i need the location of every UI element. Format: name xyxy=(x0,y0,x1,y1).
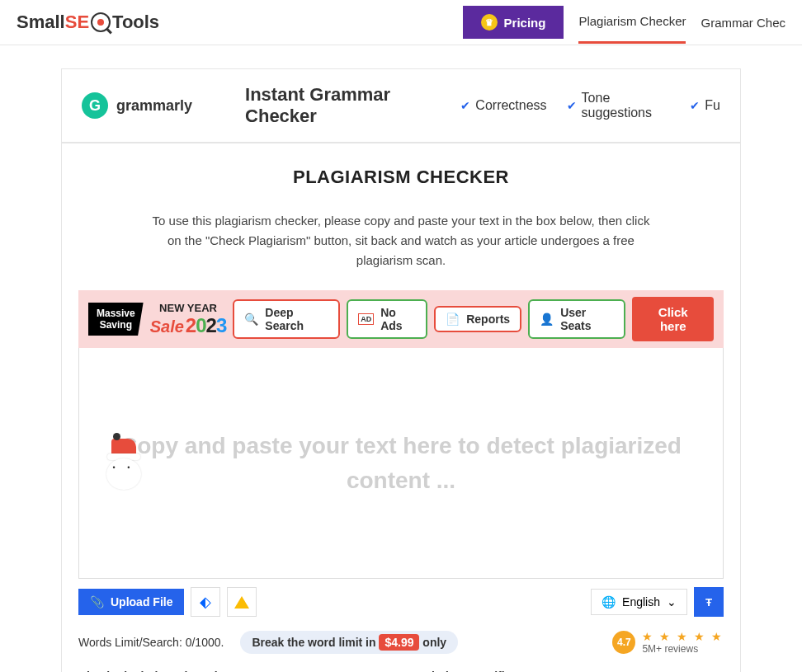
promo-user-seats[interactable]: 👤User Seats xyxy=(528,299,625,339)
pricing-button[interactable]: ♛ Pricing xyxy=(463,6,564,39)
words-limit-text: Words Limit/Search: 0/1000. xyxy=(78,636,224,649)
textarea-placeholder: Copy and paste your text here to detect … xyxy=(120,429,682,498)
grammarly-title: Instant Grammar Checker xyxy=(245,84,441,127)
google-drive-icon xyxy=(234,596,249,609)
attachment-icon: 📎 xyxy=(90,595,104,609)
language-selector[interactable]: 🌐 English ⌄ xyxy=(591,589,687,615)
promo-strip: Massive Saving NEW YEAR Sale 2023 🔍Deep … xyxy=(78,290,724,348)
logo-text-e: E xyxy=(77,12,89,33)
sale-text: Sale xyxy=(150,317,184,336)
grammarly-ad-banner[interactable]: G grammarly Instant Grammar Checker ✔Cor… xyxy=(61,68,741,143)
price-badge: $4.99 xyxy=(379,634,419,651)
promo-no-ads[interactable]: ADNo Ads xyxy=(347,299,427,339)
stats-row: Words Limit/Search: 0/1000. Break the wo… xyxy=(62,625,740,660)
rating-score: 4.7 xyxy=(612,631,635,654)
google-drive-button[interactable] xyxy=(227,587,257,617)
year-2023: 2023 xyxy=(186,314,226,337)
dropbox-icon: ⬖ xyxy=(200,593,211,611)
site-logo[interactable]: Small S E Tools xyxy=(17,12,159,33)
grammarly-icon: G xyxy=(82,92,108,119)
star-icons: ★ ★ ★ ★ ★ xyxy=(642,630,724,643)
nav-plagiarism-checker[interactable]: Plagiarism Checker xyxy=(578,1,686,44)
grammarly-feature-correctness: ✔Correctness xyxy=(460,98,546,113)
logo-text-s: S xyxy=(65,12,78,33)
text-size-icon: Ŧ xyxy=(705,596,712,609)
new-year-block: NEW YEAR Sale 2023 xyxy=(150,302,227,337)
top-header: Small S E Tools ♛ Pricing Plagiarism Che… xyxy=(0,0,802,45)
new-year-label: NEW YEAR xyxy=(150,302,227,314)
reviews-count: 5M+ reviews xyxy=(642,643,724,655)
check-icon: ✔ xyxy=(460,99,470,112)
search-icon: 🔍 xyxy=(244,313,258,326)
page-title: PLAGIARISM CHECKER xyxy=(62,143,740,203)
url-inputs-row: Check Plagiarism via Webpage URL 🔗 Exclu… xyxy=(62,660,740,672)
globe-icon: 🌐 xyxy=(602,595,616,609)
top-nav: ♛ Pricing Plagiarism Checker Grammar Che… xyxy=(463,1,785,44)
check-icon: ✔ xyxy=(567,99,577,112)
crown-icon: ♛ xyxy=(481,14,498,31)
chevron-down-icon: ⌄ xyxy=(667,595,677,609)
instructions-text: To use this plagiarism checker, please c… xyxy=(62,203,740,290)
nav-grammar-checker[interactable]: Grammar Chec xyxy=(701,2,785,43)
report-icon: 📄 xyxy=(446,313,460,326)
upload-file-button[interactable]: 📎 Upload File xyxy=(78,589,184,615)
grammarly-logo: G grammarly xyxy=(82,92,192,119)
pricing-label: Pricing xyxy=(504,16,546,30)
grammarly-feature-full: ✔Fu xyxy=(690,98,720,113)
magnifier-icon xyxy=(91,12,111,32)
dropbox-button[interactable]: ⬖ xyxy=(191,587,220,617)
rating-block[interactable]: 4.7 ★ ★ ★ ★ ★ 5M+ reviews xyxy=(612,630,724,655)
editor-toolbar: 📎 Upload File ⬖ 🌐 English ⌄ Ŧ xyxy=(62,579,740,625)
promo-reports[interactable]: 📄Reports xyxy=(434,306,521,332)
users-icon: 👤 xyxy=(540,313,554,326)
logo-text-small: Small xyxy=(17,12,65,33)
grammarly-brand: grammarly xyxy=(116,97,192,115)
promo-click-here-button[interactable]: Click here xyxy=(632,297,714,341)
santa-icon xyxy=(104,439,144,488)
check-icon: ✔ xyxy=(690,99,700,112)
main-content: PLAGIARISM CHECKER To use this plagiaris… xyxy=(61,143,741,672)
promo-deep-search[interactable]: 🔍Deep Search xyxy=(233,299,340,339)
text-input-area[interactable]: Copy and paste your text here to detect … xyxy=(78,348,724,579)
no-ads-icon: AD xyxy=(358,313,374,325)
massive-saving-badge: Massive Saving xyxy=(88,303,144,336)
logo-text-tools: Tools xyxy=(112,12,159,33)
grammarly-feature-tone: ✔Tone suggestions xyxy=(567,91,671,120)
text-size-button[interactable]: Ŧ xyxy=(694,587,724,617)
break-limit-promo[interactable]: Break the word limit in $4.99 only xyxy=(240,631,458,654)
